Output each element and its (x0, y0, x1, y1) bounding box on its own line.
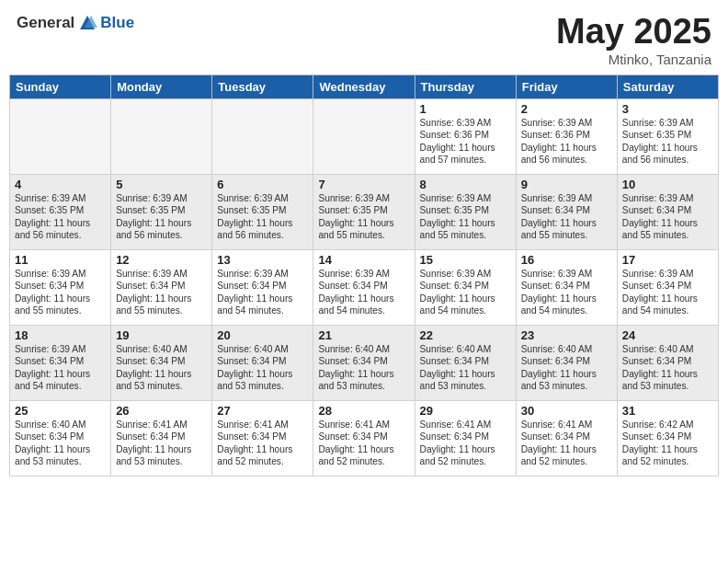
cell-info: Daylight: 11 hours (521, 368, 612, 380)
cell-info: Sunrise: 6:39 AM (217, 268, 308, 280)
cell-info: Sunset: 6:34 PM (622, 204, 713, 216)
cell-info: Sunrise: 6:40 AM (116, 343, 207, 355)
calendar-week-row: 4Sunrise: 6:39 AMSunset: 6:35 PMDaylight… (10, 174, 719, 249)
cell-info: and 56 minutes. (116, 229, 207, 241)
cell-info: Sunset: 6:34 PM (521, 431, 612, 442)
day-number: 27 (217, 404, 308, 418)
calendar-cell: 14Sunrise: 6:39 AMSunset: 6:34 PMDayligh… (313, 249, 415, 325)
day-number: 13 (217, 253, 308, 267)
cell-info: Daylight: 11 hours (622, 217, 713, 229)
cell-info: Sunrise: 6:39 AM (420, 117, 511, 129)
cell-info: and 57 minutes. (420, 154, 511, 166)
cell-info: and 55 minutes. (318, 229, 409, 241)
cell-info: and 55 minutes. (15, 304, 106, 316)
cell-info: and 53 minutes. (116, 455, 207, 467)
day-number: 28 (318, 404, 409, 418)
header-sunday: Sunday (10, 75, 111, 98)
calendar-cell (10, 98, 111, 174)
calendar-week-row: 1Sunrise: 6:39 AMSunset: 6:36 PMDaylight… (10, 98, 719, 174)
day-number: 5 (116, 178, 207, 191)
cell-info: and 54 minutes. (521, 304, 612, 316)
cell-info: and 54 minutes. (217, 304, 308, 316)
cell-info: Daylight: 11 hours (217, 217, 308, 229)
day-number: 17 (622, 253, 713, 267)
cell-info: Sunset: 6:34 PM (217, 355, 308, 367)
cell-info: Sunrise: 6:40 AM (420, 343, 511, 355)
header-tuesday: Tuesday (212, 75, 313, 98)
cell-info: Daylight: 11 hours (116, 443, 207, 455)
day-number: 21 (318, 328, 409, 342)
day-number: 11 (15, 253, 106, 267)
day-number: 25 (15, 404, 106, 418)
cell-info: and 53 minutes. (116, 380, 207, 392)
cell-info: Sunset: 6:34 PM (622, 280, 713, 292)
day-number: 8 (420, 178, 511, 191)
cell-info: and 53 minutes. (420, 380, 511, 392)
cell-info: Sunrise: 6:39 AM (15, 192, 106, 204)
cell-info: Daylight: 11 hours (420, 368, 511, 380)
cell-info: Sunset: 6:36 PM (420, 129, 511, 141)
calendar-table: Sunday Monday Tuesday Wednesday Thursday… (9, 75, 719, 477)
header-wednesday: Wednesday (313, 75, 415, 98)
header: General Blue May 2025 Mtinko, Tanzania (0, 0, 728, 75)
cell-info: and 56 minutes. (521, 154, 612, 166)
cell-info: and 53 minutes. (217, 380, 308, 392)
cell-info: and 54 minutes. (318, 304, 409, 316)
calendar-cell: 10Sunrise: 6:39 AMSunset: 6:34 PMDayligh… (617, 174, 718, 249)
cell-info: Daylight: 11 hours (15, 443, 106, 455)
calendar-cell (212, 98, 313, 174)
day-number: 23 (521, 328, 612, 342)
cell-info: Sunset: 6:34 PM (217, 431, 308, 442)
day-number: 31 (622, 404, 713, 418)
cell-info: Sunset: 6:34 PM (116, 280, 207, 292)
calendar-cell: 26Sunrise: 6:41 AMSunset: 6:34 PMDayligh… (111, 400, 212, 476)
day-number: 29 (420, 404, 511, 418)
cell-info: Sunrise: 6:39 AM (318, 268, 409, 280)
cell-info: Sunset: 6:35 PM (116, 204, 207, 216)
day-number: 7 (318, 178, 409, 191)
cell-info: Daylight: 11 hours (318, 443, 409, 455)
day-number: 9 (521, 178, 612, 191)
cell-info: and 55 minutes. (116, 304, 207, 316)
cell-info: Daylight: 11 hours (217, 293, 308, 304)
cell-info: Daylight: 11 hours (521, 217, 612, 229)
cell-info: Daylight: 11 hours (521, 443, 612, 455)
cell-info: Sunset: 6:34 PM (521, 355, 612, 367)
cell-info: Daylight: 11 hours (318, 368, 409, 380)
calendar-cell: 19Sunrise: 6:40 AMSunset: 6:34 PMDayligh… (111, 325, 212, 400)
calendar-cell: 8Sunrise: 6:39 AMSunset: 6:35 PMDaylight… (415, 174, 516, 249)
cell-info: Sunset: 6:34 PM (116, 355, 207, 367)
header-monday: Monday (111, 75, 212, 98)
calendar-cell: 15Sunrise: 6:39 AMSunset: 6:34 PMDayligh… (415, 249, 516, 325)
cell-info: Daylight: 11 hours (420, 142, 511, 154)
calendar-cell: 30Sunrise: 6:41 AMSunset: 6:34 PMDayligh… (516, 400, 617, 476)
cell-info: Sunrise: 6:40 AM (622, 343, 713, 355)
day-number: 14 (318, 253, 409, 267)
day-number: 15 (420, 253, 511, 267)
cell-info: and 56 minutes. (15, 229, 106, 241)
cell-info: and 52 minutes. (521, 455, 612, 467)
day-number: 2 (521, 102, 612, 116)
cell-info: Daylight: 11 hours (318, 293, 409, 304)
cell-info: and 53 minutes. (521, 380, 612, 392)
cell-info: Sunset: 6:34 PM (15, 355, 106, 367)
logo: General Blue (17, 13, 134, 33)
cell-info: Daylight: 11 hours (15, 293, 106, 304)
calendar-cell: 21Sunrise: 6:40 AMSunset: 6:34 PMDayligh… (313, 325, 415, 400)
cell-info: Daylight: 11 hours (622, 443, 713, 455)
cell-info: Daylight: 11 hours (15, 368, 106, 380)
calendar-cell: 17Sunrise: 6:39 AMSunset: 6:34 PMDayligh… (617, 249, 718, 325)
cell-info: Sunrise: 6:39 AM (521, 268, 612, 280)
cell-info: Sunset: 6:34 PM (116, 431, 207, 442)
cell-info: Sunset: 6:35 PM (217, 204, 308, 216)
day-number: 3 (622, 102, 713, 116)
day-number: 22 (420, 328, 511, 342)
calendar-week-row: 25Sunrise: 6:40 AMSunset: 6:34 PMDayligh… (10, 400, 719, 476)
day-number: 10 (622, 178, 713, 191)
cell-info: Sunrise: 6:40 AM (318, 343, 409, 355)
day-header-row: Sunday Monday Tuesday Wednesday Thursday… (10, 75, 719, 98)
day-number: 12 (116, 253, 207, 267)
logo-general-text: General (17, 14, 74, 32)
cell-info: Sunrise: 6:39 AM (420, 268, 511, 280)
cell-info: Daylight: 11 hours (420, 443, 511, 455)
